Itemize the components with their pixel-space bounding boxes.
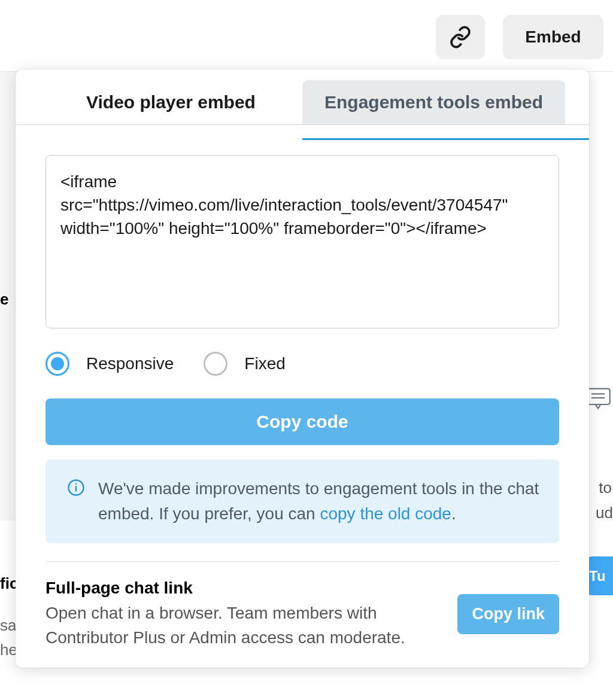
copy-code-button[interactable]: Copy code [45,398,559,445]
info-text-before: We've made improvements to engagement to… [98,479,539,523]
fullpage-chat-title: Full-page chat link [45,579,439,598]
info-text: We've made improvements to engagement to… [98,476,542,526]
radio-fixed[interactable]: Fixed [204,352,285,376]
info-icon [67,479,85,497]
popover-content: Responsive Fixed Copy code We've made im… [16,125,589,650]
copy-old-code-link[interactable]: copy the old code [320,504,451,523]
radio-label: Fixed [244,354,285,373]
copy-code-label: Copy code [256,412,348,431]
bg-text: Tu [589,568,606,585]
embed-button[interactable]: Embed [503,15,603,59]
radio-indicator [204,352,227,376]
copy-link-label: Copy link [472,605,545,623]
tab-video-player-embed[interactable]: Video player embed [40,80,302,124]
embed-button-label: Embed [525,28,581,47]
background-right-blue-button[interactable]: Tu [588,556,613,595]
bg-text: to [599,479,612,497]
radio-label: Responsive [86,354,174,373]
copy-link-button[interactable]: Copy link [457,594,559,634]
bg-text: ud [596,504,613,522]
fullpage-chat-text: Full-page chat link Open chat in a brows… [45,579,439,650]
link-icon [449,26,472,48]
topbar-buttons: Embed [436,15,603,59]
svg-rect-0 [586,389,610,404]
svg-point-5 [75,483,77,485]
info-text-after: . [451,504,456,523]
tab-label: Engagement tools embed [324,92,543,112]
radio-indicator [45,352,69,376]
active-tab-underline [302,138,589,140]
tab-label: Video player embed [86,92,256,112]
embed-code-textarea[interactable] [45,155,559,328]
embed-popover: Video player embed Engagement tools embe… [16,69,589,668]
info-banner: We've made improvements to engagement to… [45,459,559,543]
tabs: Video player embed Engagement tools embe… [16,69,589,125]
fullpage-chat-desc: Open chat in a browser. Team members wit… [45,601,439,650]
divider [45,561,559,562]
radio-dot [51,357,64,370]
size-radio-group: Responsive Fixed [45,352,559,376]
fullpage-chat-row: Full-page chat link Open chat in a brows… [45,579,559,650]
tab-engagement-tools-embed[interactable]: Engagement tools embed [302,80,565,124]
radio-responsive[interactable]: Responsive [45,352,174,376]
share-link-button[interactable] [436,15,485,59]
topbar: Embed [0,0,613,72]
